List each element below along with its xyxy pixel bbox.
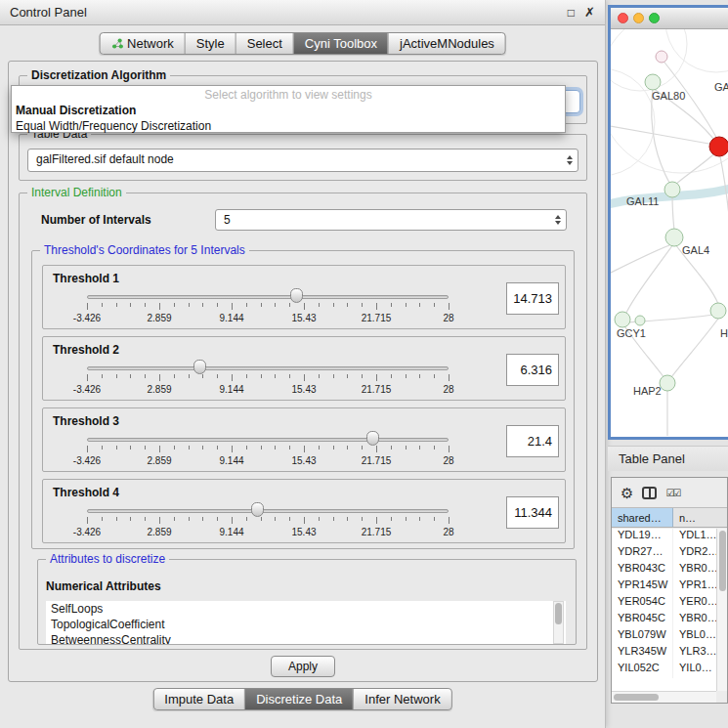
close-traffic-light[interactable] (618, 13, 628, 23)
node-label: GAL4 (682, 244, 709, 256)
tab-jactivemnodules[interactable]: jActiveMNodules (389, 33, 505, 54)
slider-thumb[interactable] (251, 502, 264, 517)
network-node[interactable] (665, 229, 683, 246)
number-of-intervals-combo[interactable]: 5 (215, 209, 567, 231)
tab-select[interactable]: Select (236, 33, 294, 54)
slider-thumb[interactable] (290, 288, 303, 303)
cell-name: YDR2… (673, 545, 716, 562)
tab-infer-network[interactable]: Infer Network (354, 689, 450, 709)
network-node[interactable] (615, 312, 630, 327)
slider-track[interactable] (87, 295, 449, 299)
network-node[interactable] (645, 74, 661, 90)
network-edge[interactable] (611, 125, 714, 145)
algorithm-placeholder: Select algorithm to view settings (12, 88, 565, 103)
tab-style[interactable]: Style (186, 33, 236, 54)
table-panel-window: ⚙ ☑☑ shared… n… YDL19…YDL1…YDR27…YDR2…YB… (611, 477, 728, 704)
attribute-item[interactable]: SelfLoops (46, 601, 566, 617)
table-row[interactable]: YDL19…YDL1… (612, 529, 716, 545)
threshold-value-field[interactable]: 21.4 (506, 425, 559, 457)
network-edge[interactable] (611, 245, 669, 276)
tab-label: Network (127, 36, 174, 51)
table-vertical-scrollbar[interactable] (716, 529, 727, 691)
close-window-icon[interactable]: ✗ (584, 5, 595, 20)
network-edge[interactable] (671, 319, 718, 377)
threshold-panel-4: Threshold 4-3.4262.8599.14415.4321.71528… (42, 479, 566, 543)
threshold-slider[interactable]: -3.4262.8599.14415.4321.71528 (87, 501, 449, 540)
red-node[interactable] (709, 137, 728, 156)
thresholds-group: Threshold's Coordinates for 5 Intervals … (31, 250, 575, 549)
combo-stepper-icon[interactable] (555, 215, 561, 225)
threshold-slider[interactable]: -3.4262.8599.14415.4321.71528 (87, 430, 449, 469)
numerical-attributes-list[interactable]: SelfLoopsTopologicalCoefficientBetweenne… (46, 601, 566, 644)
combo-stepper-icon[interactable] (567, 155, 573, 165)
gear-icon[interactable]: ⚙ (621, 486, 633, 500)
slider-ticks (87, 446, 449, 453)
table-panel-title: Table Panel (619, 451, 685, 466)
table-row[interactable]: YER054CYER0… (612, 595, 716, 612)
network-canvas[interactable]: GAL80GAGAL11GAL4GCY1HHAP2 (611, 29, 728, 436)
network-node[interactable] (635, 316, 645, 325)
attribute-item[interactable]: BetweennessCentrality (46, 632, 566, 644)
threshold-slider[interactable]: -3.4262.8599.14415.4321.71528 (87, 287, 449, 326)
slider-track[interactable] (87, 438, 449, 442)
table-row[interactable]: YBL079WYBL0… (612, 628, 716, 645)
apply-button[interactable]: Apply (271, 656, 335, 677)
scrollbar-thumb[interactable] (719, 531, 726, 591)
column-header-name[interactable]: n… (673, 508, 727, 527)
tab-impute-data[interactable]: Impute Data (153, 689, 245, 709)
tab-discretize-data[interactable]: Discretize Data (245, 689, 354, 709)
slider-ticks (87, 517, 449, 525)
tab-label: Impute Data (164, 692, 234, 707)
table-row[interactable]: YLR345WYLR3… (612, 645, 716, 662)
tab-label: Select (247, 36, 282, 51)
column-header-shared-name[interactable]: shared… (612, 508, 673, 527)
algorithm-option-2[interactable]: Equal Width/Frequency Discretization (12, 118, 565, 134)
background-arc (665, 29, 728, 72)
network-view-window: GAL80GAGAL11GAL4GCY1HHAP2 (608, 5, 728, 440)
network-edge[interactable] (625, 244, 673, 315)
table-row[interactable]: YIL052CYIL0… (612, 662, 716, 678)
threshold-panel-1: Threshold 1-3.4262.8599.14415.4321.71528… (42, 265, 566, 329)
slider-track[interactable] (87, 366, 449, 370)
network-node[interactable] (660, 375, 675, 391)
threshold-slider[interactable]: -3.4262.8599.14415.4321.71528 (87, 359, 449, 398)
titlebar-buttons: □ ✗ (568, 5, 595, 20)
slider-track[interactable] (87, 509, 449, 513)
slider-thumb[interactable] (366, 431, 379, 446)
tab-network[interactable]: Network (100, 33, 186, 54)
table-horizontal-scrollbar[interactable] (612, 691, 716, 703)
list-scrollbar[interactable] (553, 601, 564, 644)
table-row[interactable]: YPR145WYPR1… (612, 578, 716, 595)
table-data-group: Table Data galFiltered.sif default node (19, 134, 587, 181)
slider-thumb[interactable] (193, 360, 206, 374)
threshold-value-field[interactable]: 6.316 (506, 354, 559, 386)
columns-icon[interactable] (642, 487, 657, 499)
table-row[interactable]: YDR27…YDR2… (612, 545, 716, 562)
network-node[interactable] (710, 303, 726, 319)
attribute-item[interactable]: TopologicalCoefficient (46, 617, 566, 632)
cell-name: YIL0… (673, 662, 716, 678)
minimize-traffic-light[interactable] (633, 13, 644, 23)
thresholds-group-title: Threshold's Coordinates for 5 Intervals (40, 243, 249, 257)
attributes-group: Attributes to discretize Numerical Attri… (37, 559, 577, 645)
float-window-icon[interactable]: □ (568, 6, 575, 20)
threshold-value-field[interactable]: 11.344 (506, 496, 559, 529)
network-node[interactable] (656, 51, 667, 63)
network-graph[interactable]: GAL80GAGAL11GAL4GCY1HHAP2 (611, 29, 728, 436)
top-tab-bar: NetworkStyleSelectCyni ToolboxjActiveMNo… (99, 32, 506, 55)
node-label: GAL80 (652, 90, 685, 102)
cell-shared-name: YBL079W (612, 628, 673, 645)
table-data-combo[interactable]: galFiltered.sif default node (27, 149, 578, 172)
algorithm-option-1[interactable]: Manual Discretization (12, 103, 565, 118)
table-row[interactable]: YBR043CYBR0… (612, 562, 716, 578)
zoom-traffic-light[interactable] (649, 13, 660, 23)
screen: Control Panel □ ✗ NetworkStyleSelectCyni… (0, 0, 728, 728)
scrollbar-thumb[interactable] (555, 603, 562, 624)
scrollbar-thumb[interactable] (614, 694, 659, 701)
attributes-group-title: Attributes to discretize (46, 552, 169, 566)
threshold-value-field[interactable]: 14.713 (506, 282, 559, 315)
select-columns-icon[interactable]: ☑☑ (665, 488, 679, 498)
network-node[interactable] (664, 182, 680, 197)
tab-cyni-toolbox[interactable]: Cyni Toolbox (294, 33, 389, 54)
table-row[interactable]: YBR045CYBR0… (612, 612, 716, 628)
